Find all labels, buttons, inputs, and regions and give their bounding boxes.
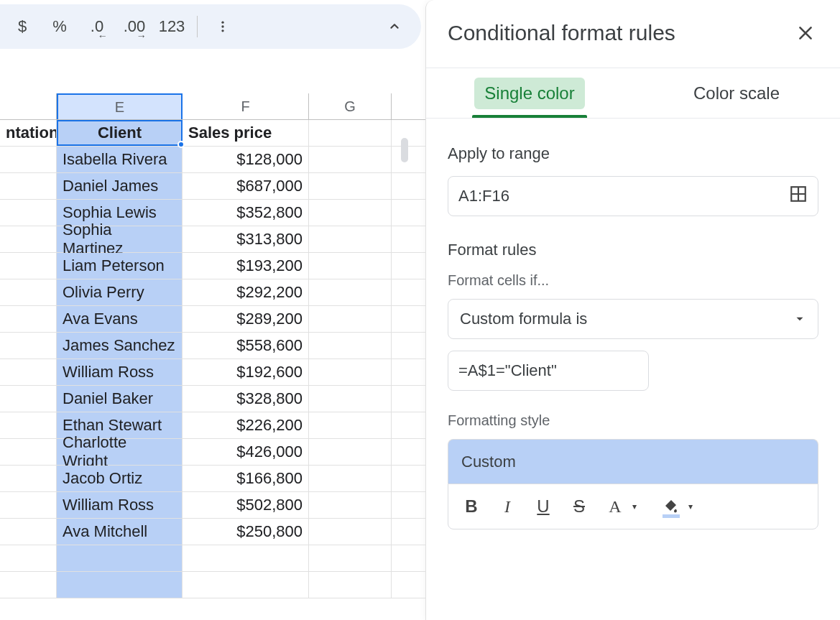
- cell-G[interactable]: [309, 545, 392, 571]
- cell-E[interactable]: [57, 545, 183, 571]
- cell-D[interactable]: [0, 253, 57, 279]
- currency-button[interactable]: $: [4, 11, 40, 42]
- style-preview[interactable]: Custom: [448, 439, 818, 483]
- cell-F[interactable]: $166,800: [183, 466, 309, 491]
- cell-D[interactable]: [0, 519, 57, 545]
- cell-E[interactable]: William Ross: [57, 359, 183, 385]
- cell-G[interactable]: [309, 386, 392, 412]
- tab-single-color[interactable]: Single color: [426, 68, 633, 118]
- col-header-F[interactable]: F: [183, 93, 309, 119]
- cell-E[interactable]: Ava Mitchell: [57, 519, 183, 545]
- formula-input[interactable]: =A$1="Client": [448, 351, 649, 391]
- cell-F[interactable]: [183, 572, 309, 598]
- cell-E[interactable]: Olivia Perry: [57, 279, 183, 305]
- cell-E[interactable]: Ava Evans: [57, 306, 183, 332]
- cell-F-header[interactable]: Sales price: [183, 120, 309, 146]
- cell-G[interactable]: [309, 439, 392, 465]
- cell-G[interactable]: [309, 306, 392, 332]
- cell-D[interactable]: [0, 412, 57, 438]
- cell-F[interactable]: $328,800: [183, 386, 309, 412]
- cell-G[interactable]: [309, 226, 392, 252]
- cell-D[interactable]: [0, 333, 57, 358]
- cell-E[interactable]: [57, 572, 183, 598]
- cell-E[interactable]: Daniel James: [57, 173, 183, 199]
- cell-D[interactable]: [0, 279, 57, 305]
- tab-color-scale[interactable]: Color scale: [633, 68, 840, 118]
- text-color-button[interactable]: A: [599, 491, 631, 522]
- strikethrough-button[interactable]: S: [563, 491, 595, 522]
- cell-D[interactable]: [0, 492, 57, 518]
- cell-F[interactable]: $192,600: [183, 359, 309, 385]
- cell-F[interactable]: $502,800: [183, 492, 309, 518]
- cell-D[interactable]: [0, 306, 57, 332]
- cell-G[interactable]: [309, 147, 392, 172]
- cell-E[interactable]: Liam Peterson: [57, 253, 183, 279]
- cell-F[interactable]: $226,200: [183, 412, 309, 438]
- cell-G[interactable]: [309, 173, 392, 199]
- cell-F[interactable]: $426,000: [183, 439, 309, 465]
- increase-decimal-button[interactable]: .00 →: [116, 11, 152, 42]
- italic-button[interactable]: I: [491, 491, 523, 522]
- cell-D[interactable]: [0, 439, 57, 465]
- cell-G-header[interactable]: [309, 120, 392, 146]
- cell-E[interactable]: William Ross: [57, 492, 183, 518]
- cell-F[interactable]: $128,000: [183, 147, 309, 172]
- cell-D[interactable]: [0, 359, 57, 385]
- col-header-G[interactable]: G: [309, 93, 392, 119]
- cell-E[interactable]: Charlotte Wright: [57, 439, 183, 465]
- cell-G[interactable]: [309, 253, 392, 279]
- select-range-icon[interactable]: [789, 185, 808, 208]
- spreadsheet-grid[interactable]: E F G ntation Client Sales price Isabell…: [0, 93, 425, 598]
- cell-D[interactable]: [0, 572, 57, 598]
- cell-D-header[interactable]: ntation: [0, 120, 57, 146]
- fill-color-button[interactable]: [655, 491, 687, 522]
- cell-F[interactable]: $289,200: [183, 306, 309, 332]
- cell-G[interactable]: [309, 333, 392, 358]
- cell-E[interactable]: Daniel Baker: [57, 386, 183, 412]
- cell-F[interactable]: $292,200: [183, 279, 309, 305]
- cell-F[interactable]: $313,800: [183, 226, 309, 252]
- cell-F[interactable]: $193,200: [183, 253, 309, 279]
- apply-range-input[interactable]: A1:F16: [448, 176, 818, 216]
- cell-E-header[interactable]: Client: [57, 120, 183, 146]
- cell-G[interactable]: [309, 412, 392, 438]
- close-panel-button[interactable]: [793, 20, 818, 46]
- selection-handle[interactable]: [177, 141, 185, 148]
- cell-D[interactable]: [0, 226, 57, 252]
- cell-E[interactable]: Isabella Rivera: [57, 147, 183, 172]
- col-header-D-stub[interactable]: [0, 93, 57, 119]
- cell-G[interactable]: [309, 359, 392, 385]
- bold-button[interactable]: B: [456, 491, 487, 522]
- more-options-button[interactable]: [205, 11, 241, 42]
- cell-E[interactable]: James Sanchez: [57, 333, 183, 358]
- underline-button[interactable]: U: [527, 491, 559, 522]
- cell-D[interactable]: [0, 386, 57, 412]
- cell-D[interactable]: [0, 147, 57, 172]
- percent-button[interactable]: %: [42, 11, 78, 42]
- cell-F[interactable]: $687,000: [183, 173, 309, 199]
- cell-D[interactable]: [0, 466, 57, 491]
- cell-D[interactable]: [0, 545, 57, 571]
- vertical-scroll-thumb[interactable]: [401, 138, 408, 162]
- cell-D[interactable]: [0, 173, 57, 199]
- cell-F[interactable]: [183, 545, 309, 571]
- cell-G[interactable]: [309, 572, 392, 598]
- cell-G[interactable]: [309, 279, 392, 305]
- col-header-E[interactable]: E: [57, 93, 183, 119]
- condition-select[interactable]: Custom formula is: [448, 299, 818, 339]
- cell-F[interactable]: $558,600: [183, 333, 309, 358]
- cell-D[interactable]: [0, 200, 57, 226]
- number-format-button[interactable]: 123: [154, 11, 190, 42]
- cell-G[interactable]: [309, 200, 392, 226]
- fill-color-caret-icon[interactable]: ▾: [688, 501, 693, 512]
- collapse-toolbar-button[interactable]: [377, 11, 412, 42]
- cell-E[interactable]: Jacob Ortiz: [57, 466, 183, 491]
- text-color-caret-icon[interactable]: ▾: [632, 501, 637, 512]
- cell-F[interactable]: $250,800: [183, 519, 309, 545]
- decrease-decimal-button[interactable]: .0 ←: [79, 11, 115, 42]
- cell-G[interactable]: [309, 492, 392, 518]
- cell-E[interactable]: Sophia Martinez: [57, 226, 183, 252]
- cell-G[interactable]: [309, 466, 392, 491]
- cell-F[interactable]: $352,800: [183, 200, 309, 226]
- cell-G[interactable]: [309, 519, 392, 545]
